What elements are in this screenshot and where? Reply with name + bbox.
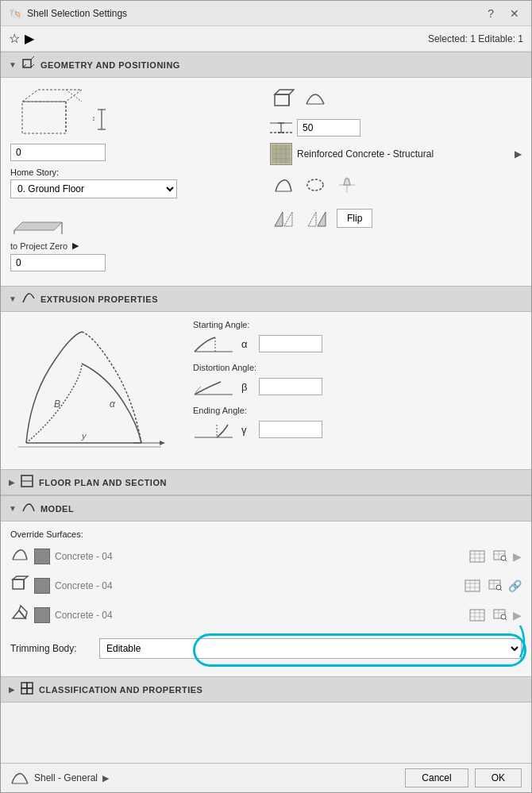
- svg-rect-53: [470, 551, 484, 562]
- thickness-input[interactable]: 0: [10, 144, 106, 161]
- arrow-button[interactable]: ▶: [25, 31, 34, 46]
- surface-search-btn-1[interactable]: [491, 548, 510, 565]
- svg-text:↕: ↕: [92, 114, 96, 122]
- classification-section-header[interactable]: ▶ CLASSIFICATION AND PROPERTIES: [1, 676, 531, 703]
- shell-arrow[interactable]: ▶: [102, 773, 109, 783]
- main-window: 🐚 Shell Selection Settings ? ✕ ☆ ▶ Selec…: [0, 0, 532, 793]
- shape-btn-3[interactable]: [333, 171, 360, 198]
- svg-marker-76: [13, 610, 25, 618]
- starting-angle-input[interactable]: 90.00°: [259, 335, 322, 352]
- toolbar: ☆ ▶ Selected: 1 Editable: 1: [1, 26, 531, 52]
- surface-link-1: ▶: [513, 550, 522, 563]
- material-name: Reinforced Concrete - Structural: [297, 148, 510, 160]
- svg-text:α: α: [110, 398, 116, 410]
- project-zero-arrow: ▶: [72, 241, 79, 251]
- model-section-header[interactable]: ▼ MODEL: [1, 495, 531, 522]
- surface-name-2: Concrete - 04: [55, 580, 457, 591]
- home-story-row: Home Story: 0. Ground Floor: [10, 167, 262, 198]
- thickness-sketch-icon: [270, 119, 292, 137]
- surface-color-2: [34, 578, 50, 594]
- shape-btn-1[interactable]: [270, 171, 297, 198]
- extrusion-right: Starting Angle: α 90.00°: [193, 320, 522, 461]
- svg-marker-37: [318, 212, 326, 226]
- floor-plan-section-header[interactable]: ▶ FLOOR PLAN AND SECTION: [1, 469, 531, 495]
- ok-button[interactable]: OK: [475, 768, 522, 787]
- surface-link-3: ▶: [513, 609, 522, 622]
- project-zero-input[interactable]: 0: [10, 254, 106, 271]
- distortion-angle-row: β 90.00°: [193, 375, 522, 398]
- titlebar-controls: ? ✕: [484, 6, 523, 21]
- surface-icon-2: [10, 575, 29, 596]
- extrusion-section-header[interactable]: ▼ EXTRUSION PROPERTIES: [1, 286, 531, 312]
- svg-line-75: [500, 589, 502, 591]
- geometry-icon: [21, 56, 36, 73]
- bottom-bar: Shell - General ▶ Cancel OK: [1, 763, 531, 792]
- selected-info: Selected: 1 Editable: 1: [428, 33, 523, 44]
- svg-rect-90: [21, 688, 27, 694]
- floor-plan-collapse-arrow: ▶: [9, 478, 15, 487]
- top-icon-row: [270, 86, 522, 113]
- model-collapse-arrow: ▼: [9, 504, 17, 513]
- distortion-angle-sketch: [193, 375, 237, 398]
- distortion-angle-label: Distortion Angle:: [193, 363, 522, 372]
- trimming-body-select[interactable]: Editable Non-Editable Not Defined: [99, 638, 522, 659]
- flip-icon-1[interactable]: [270, 205, 297, 232]
- override-surfaces-label: Override Surfaces:: [10, 529, 522, 539]
- material-preview: [270, 143, 292, 165]
- surface-row-2: Concrete - 04: [10, 573, 522, 598]
- geometry-sketch: ↕: [10, 86, 169, 141]
- flip-icon-2[interactable]: [303, 205, 330, 232]
- home-story-label: Home Story:: [10, 167, 262, 177]
- svg-line-3: [31, 56, 34, 60]
- svg-marker-35: [284, 212, 292, 226]
- svg-marker-5: [22, 90, 82, 102]
- shell-general-label: Shell - General: [34, 772, 98, 783]
- floor-plan-title: FLOOR PLAN AND SECTION: [39, 478, 167, 487]
- extrusion-icon: [21, 291, 36, 307]
- material-arrow[interactable]: ▶: [515, 148, 522, 160]
- svg-text:y: y: [81, 431, 87, 441]
- svg-marker-44: [160, 441, 165, 445]
- surface-grid-btn-2[interactable]: [462, 577, 483, 595]
- surface-icon-3: [10, 604, 29, 626]
- svg-marker-12: [14, 222, 62, 230]
- shape-btn-2[interactable]: [302, 171, 329, 198]
- surface-name-1: Concrete - 04: [55, 551, 462, 562]
- classification-title: CLASSIFICATION AND PROPERTIES: [39, 685, 202, 695]
- close-button[interactable]: ✕: [506, 6, 523, 21]
- svg-rect-88: [21, 683, 27, 688]
- svg-marker-16: [275, 90, 294, 94]
- ending-angle-input[interactable]: 90.00°: [259, 421, 322, 438]
- svg-marker-33: [344, 179, 350, 185]
- classification-icon: [20, 681, 34, 698]
- material-icon: [272, 144, 291, 164]
- geometry-body: ↕ 0 Home Story: 0. Ground Floor: [1, 78, 531, 286]
- help-button[interactable]: ?: [484, 6, 498, 21]
- surface-controls-1: ▶: [467, 548, 522, 565]
- starting-angle-greek: α: [241, 338, 254, 350]
- trimming-body-label: Trimming Body:: [10, 643, 90, 654]
- shell-type-btn-2[interactable]: [302, 86, 329, 113]
- distortion-angle-greek: β: [241, 381, 254, 393]
- favorite-button[interactable]: ☆: [9, 31, 20, 46]
- home-story-select[interactable]: 0. Ground Floor: [10, 179, 177, 198]
- cancel-button[interactable]: Cancel: [405, 768, 468, 787]
- surface-icon-1: [10, 545, 29, 567]
- shell-bottom-icon: [10, 771, 29, 785]
- ending-angle-label: Ending Angle:: [193, 406, 522, 415]
- svg-rect-91: [27, 688, 33, 694]
- flip-button[interactable]: Flip: [337, 209, 372, 228]
- geometry-section-header[interactable]: ▼ GEOMETRY AND POSITIONING: [1, 52, 531, 78]
- surface-search-btn-2[interactable]: [486, 577, 505, 595]
- shell-type-btn-1[interactable]: [270, 86, 297, 113]
- svg-marker-64: [13, 576, 28, 579]
- svg-line-87: [505, 618, 507, 620]
- thickness-value-input[interactable]: 50: [297, 119, 360, 137]
- distortion-angle-input[interactable]: 90.00°: [259, 378, 322, 395]
- surface-name-3: Concrete - 04: [55, 610, 462, 621]
- surface-color-3: [34, 607, 50, 623]
- surface-controls-2: 🔗: [462, 577, 522, 595]
- surface-search-btn-3[interactable]: [491, 606, 510, 624]
- surface-grid-btn-1[interactable]: [467, 548, 488, 565]
- surface-grid-btn-3[interactable]: [467, 606, 488, 624]
